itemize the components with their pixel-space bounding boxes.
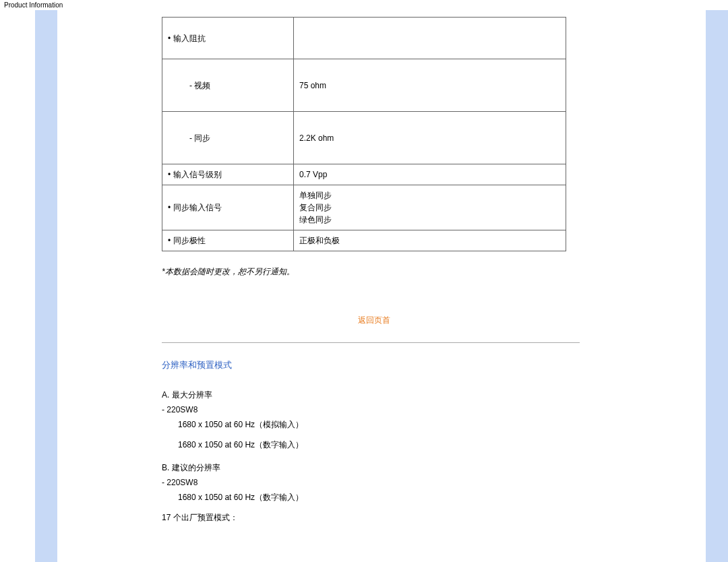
- table-row: 正极和负极: [294, 230, 566, 251]
- resolution-block: A. 最大分辨率 - 220SW8 1680 x 1050 at 60 Hz（模…: [162, 389, 586, 524]
- table-row: • 输入信号级别: [162, 164, 294, 185]
- table-row: • 输入阻抗: [162, 18, 294, 59]
- back-to-top-link[interactable]: 返回页首: [172, 315, 576, 326]
- right-decor-band: [706, 10, 728, 562]
- table-row: - 同步: [162, 112, 294, 164]
- table-row: 单独同步 复合同步 绿色同步: [294, 185, 566, 230]
- page-header-label: Product Information: [0, 0, 728, 10]
- max-res-model: - 220SW8: [162, 404, 586, 416]
- change-notice: *本数据会随时更改，恕不另行通知。: [162, 266, 586, 278]
- max-res-digital: 1680 x 1050 at 60 Hz（数字输入）: [162, 439, 586, 451]
- table-row: 75 ohm: [294, 59, 566, 112]
- main-content: • 输入阻抗 - 视频 75 ohm - 同步 2.2K ohm • 输入信号级…: [162, 10, 586, 562]
- factory-preset-modes: 17 个出厂预置模式：: [162, 511, 586, 524]
- spec-table: • 输入阻抗 - 视频 75 ohm - 同步 2.2K ohm • 输入信号级…: [162, 17, 566, 251]
- sync-line: 单独同步: [299, 189, 560, 201]
- table-row: 0.7 Vpp: [294, 164, 566, 185]
- table-row: 2.2K ohm: [294, 112, 566, 164]
- sync-line: 绿色同步: [299, 214, 560, 226]
- max-res-label: A. 最大分辨率: [162, 389, 586, 401]
- table-row: [294, 18, 566, 59]
- table-row: • 同步输入信号: [162, 185, 294, 230]
- section-title-resolution: 分辨率和预置模式: [162, 359, 586, 371]
- table-row: - 视频: [162, 59, 294, 112]
- back-to-top-text[interactable]: 返回页首: [358, 315, 390, 325]
- left-decor-band: [35, 10, 57, 562]
- max-res-analog: 1680 x 1050 at 60 Hz（模拟输入）: [162, 418, 586, 431]
- rec-res-label: B. 建议的分辨率: [162, 462, 586, 474]
- sync-line: 复合同步: [299, 201, 560, 214]
- rec-res-model: - 220SW8: [162, 476, 586, 489]
- table-row: • 同步极性: [162, 230, 294, 251]
- divider: [162, 342, 580, 343]
- rec-res-digital: 1680 x 1050 at 60 Hz（数字输入）: [162, 491, 586, 503]
